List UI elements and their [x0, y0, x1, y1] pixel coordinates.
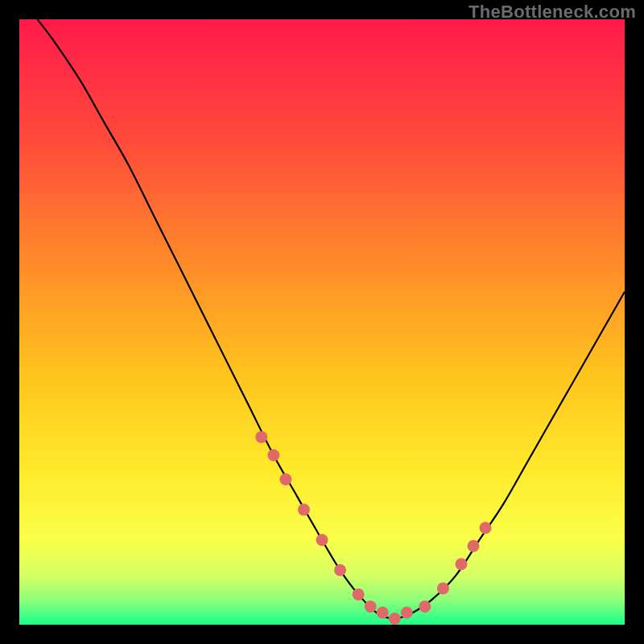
- marker-dot: [419, 601, 431, 613]
- marker-dot: [255, 431, 267, 443]
- marker-dot: [468, 540, 480, 552]
- chart-frame: TheBottleneck.com: [0, 0, 644, 644]
- marker-dot: [353, 588, 365, 601]
- marker-dot: [365, 601, 377, 613]
- marker-dot: [279, 473, 291, 485]
- marker-dot: [455, 558, 467, 570]
- marker-dot: [298, 504, 310, 516]
- marker-dot: [334, 564, 346, 576]
- marker-dot: [437, 582, 449, 594]
- marker-dot: [267, 449, 279, 461]
- marker-dot: [480, 522, 492, 534]
- plot-area: [19, 19, 625, 625]
- gradient-background: [19, 19, 625, 625]
- marker-dot: [401, 606, 413, 618]
- marker-dot: [389, 613, 401, 625]
- marker-dot: [316, 534, 328, 546]
- bottleneck-chart: [19, 19, 625, 625]
- marker-dot: [377, 606, 389, 618]
